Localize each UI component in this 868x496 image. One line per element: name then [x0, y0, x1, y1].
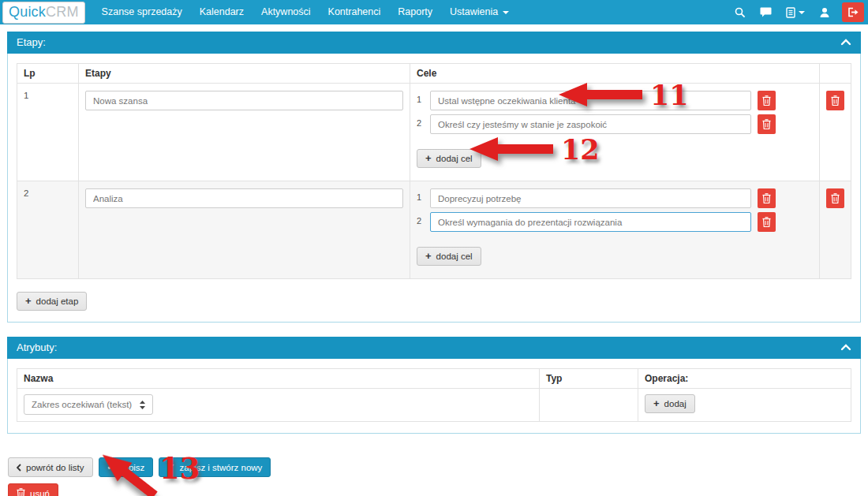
cel-input[interactable] — [430, 114, 751, 134]
chevron-down-icon — [799, 11, 805, 14]
cel-number: 1 — [417, 91, 430, 104]
check-icon: ✔ — [107, 462, 114, 472]
col-header-nazwa: Nazwa — [17, 369, 540, 389]
plus-icon: + — [653, 400, 660, 408]
logout-button[interactable] — [842, 2, 864, 22]
chevron-down-icon — [503, 11, 509, 14]
cel-input[interactable] — [430, 91, 751, 110]
search-icon[interactable] — [728, 0, 753, 24]
etap-row: 2 1 2 — [17, 181, 851, 279]
plus-icon: + — [25, 297, 32, 305]
atrybut-row: Zakres oczekiwań (tekst) +dodaj — [17, 389, 851, 422]
etapy-panel-header: Etapy: — [7, 32, 861, 54]
col-header-etapy: Etapy — [79, 64, 410, 84]
nav-item-kalendarz[interactable]: Kalendarz — [191, 0, 253, 24]
atrybuty-panel: Atrybuty: Nazwa Typ Operacja: Zakres — [7, 337, 861, 434]
cel-row: 1 — [417, 188, 813, 208]
cel-row: 1 — [417, 91, 813, 110]
top-navbar: QuickCRM Szanse sprzedaży Kalendarz Akty… — [0, 0, 868, 24]
nav-item-ustawienia[interactable]: Ustawienia — [441, 0, 518, 24]
cel-input-focused[interactable] — [430, 212, 751, 232]
delete-cel-button[interactable] — [758, 114, 776, 134]
col-header-actions — [820, 64, 851, 84]
logo-text-quick: Quick — [9, 4, 46, 20]
etap-name-input[interactable] — [85, 91, 403, 110]
delete-cel-button[interactable] — [758, 188, 776, 208]
col-header-typ: Typ — [540, 369, 638, 389]
trash-icon — [762, 217, 771, 227]
nav-item-raporty[interactable]: Raporty — [389, 0, 441, 24]
save-button[interactable]: ✔zapisz — [99, 457, 154, 477]
etapy-table: Lp Etapy Cele 1 — [17, 63, 851, 279]
cel-input[interactable] — [430, 188, 751, 208]
atrybuty-panel-title: Atrybuty: — [17, 341, 57, 353]
cel-number: 2 — [417, 114, 430, 128]
atrybut-typ-cell — [540, 389, 638, 422]
delete-etap-button[interactable] — [826, 91, 844, 110]
etap-row: 1 1 2 — [17, 84, 851, 181]
trash-icon — [762, 193, 771, 203]
save-and-new-button[interactable]: ✔zapisz i stwórz nowy — [159, 457, 271, 477]
delete-cel-button[interactable] — [758, 91, 776, 110]
cel-row: 2 — [417, 212, 813, 232]
logout-icon — [847, 7, 859, 17]
attribute-select[interactable]: Zakres oczekiwań (tekst) — [24, 394, 153, 415]
trash-icon — [831, 193, 840, 203]
plus-icon: + — [425, 252, 432, 260]
attribute-select-value: Zakres oczekiwań (tekst) — [32, 400, 132, 409]
add-etap-button[interactable]: +dodaj etap — [17, 292, 87, 311]
delete-etap-button[interactable] — [826, 188, 844, 208]
check-icon: ✔ — [167, 462, 174, 472]
back-to-list-button[interactable]: powrót do listy — [8, 457, 93, 477]
nav-item-szanse-sprzedazy[interactable]: Szanse sprzedaży — [93, 0, 191, 24]
col-header-cele: Cele — [410, 64, 820, 84]
trash-icon — [831, 95, 840, 106]
etap-lp: 2 — [17, 181, 79, 279]
add-atrybut-button[interactable]: +dodaj — [645, 394, 695, 413]
atrybuty-table: Nazwa Typ Operacja: Zakres oczekiwań (te… — [17, 368, 851, 422]
trash-icon — [762, 119, 771, 129]
logo-text-crm: CRM — [46, 4, 79, 20]
add-cel-button[interactable]: +dodaj cel — [417, 149, 481, 168]
chat-icon[interactable] — [753, 0, 779, 24]
etap-lp: 1 — [17, 84, 79, 181]
delete-button[interactable]: usuń — [8, 483, 58, 496]
nav-item-kontrahenci[interactable]: Kontrahenci — [320, 0, 390, 24]
add-cel-button[interactable]: +dodaj cel — [417, 247, 481, 266]
footer-actions: powrót do listy ✔zapisz ✔zapisz i stwórz… — [0, 457, 868, 496]
trash-icon — [762, 95, 771, 106]
atrybuty-panel-header: Atrybuty: — [7, 337, 861, 359]
col-header-operacja: Operacja: — [638, 369, 851, 389]
etap-name-input[interactable] — [85, 188, 403, 208]
collapse-chevron-up-icon[interactable] — [840, 39, 851, 46]
select-spinner-icon — [140, 401, 145, 409]
delete-cel-button[interactable] — [758, 212, 776, 232]
cel-number: 1 — [417, 188, 430, 202]
col-header-lp: Lp — [17, 64, 79, 84]
user-icon[interactable] — [812, 0, 837, 24]
nav-item-aktywnosci[interactable]: Aktywności — [253, 0, 320, 24]
etapy-panel: Etapy: Lp Etapy Cele 1 — [7, 32, 861, 323]
etapy-panel-title: Etapy: — [17, 36, 46, 48]
cel-row: 2 — [417, 114, 813, 134]
app-logo[interactable]: QuickCRM — [2, 2, 85, 24]
chevron-left-icon — [17, 464, 21, 472]
cel-number: 2 — [417, 212, 430, 226]
clipboard-icon[interactable] — [779, 0, 812, 24]
trash-icon — [17, 488, 25, 496]
plus-icon: + — [425, 155, 432, 162]
collapse-chevron-up-icon[interactable] — [840, 344, 851, 351]
